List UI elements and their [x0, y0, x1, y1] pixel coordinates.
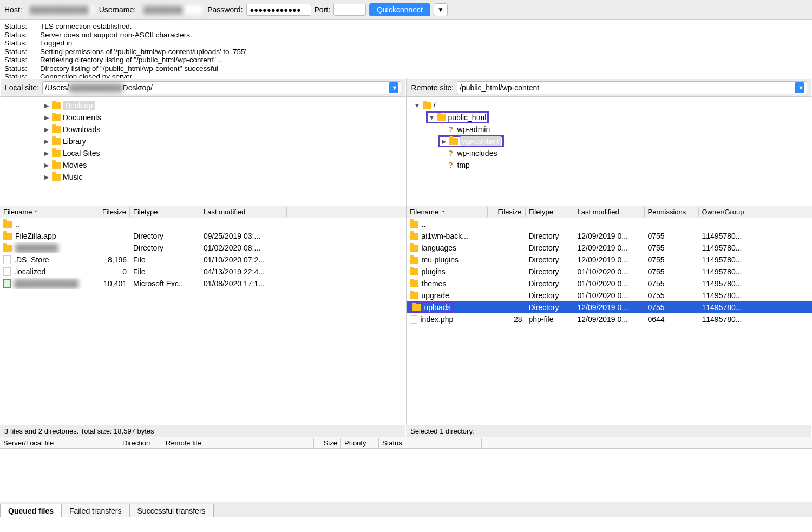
col-filename[interactable]: Filename ⌃	[0, 207, 97, 217]
col-filetype[interactable]: Filetype	[526, 207, 574, 217]
password-input[interactable]	[246, 4, 311, 16]
tree-item[interactable]: ▶Desktop	[0, 100, 406, 111]
tree-item[interactable]: ?wp-admin	[407, 123, 813, 135]
tree-item-label: Music	[63, 173, 83, 181]
local-directory-tree[interactable]: ▶Desktop▶Documents▶Downloads▶Library▶Loc…	[0, 97, 407, 206]
col-permissions[interactable]: Permissions	[645, 207, 699, 217]
expand-icon[interactable]: ▶	[43, 150, 50, 157]
expand-icon[interactable]: ▼	[429, 114, 435, 121]
expand-icon[interactable]: ▶	[441, 138, 447, 145]
quickconnect-dropdown-button[interactable]: ▼	[434, 3, 448, 16]
tab-successful-transfers[interactable]: Successful transfers	[129, 504, 214, 517]
col-filesize[interactable]: Filesize	[97, 207, 130, 217]
file-row[interactable]: uploads Directory 12/09/2019 0... 0755 1…	[407, 301, 813, 313]
file-row[interactable]: ai1wm-back... Directory 12/09/2019 0... …	[407, 230, 813, 242]
tree-item-label: wp-content	[460, 137, 501, 146]
file-row[interactable]: ████████ Directory 01/02/2020 08:...	[0, 242, 406, 254]
file-row[interactable]: ..	[0, 218, 406, 230]
tree-item[interactable]: ?wp-includes	[407, 147, 813, 159]
file-owner: 11495780...	[699, 254, 758, 265]
file-row[interactable]: ████████████ 10,401 Microsoft Exc.. 01/0…	[0, 278, 406, 290]
file-type: Directory	[526, 302, 574, 313]
message-log[interactable]: Status:TLS connection established.Status…	[0, 20, 812, 78]
file-size: 28	[488, 314, 526, 325]
password-label: Password:	[207, 5, 243, 14]
tree-item[interactable]: ▼public_html	[407, 111, 813, 123]
col-lastmod[interactable]: Last modified	[200, 207, 287, 217]
col-priority[interactable]: Priority	[341, 438, 379, 448]
col-filesize[interactable]: Filesize	[488, 207, 526, 217]
file-size	[488, 306, 526, 308]
local-path-dropdown-button[interactable]: ▼	[389, 82, 398, 93]
file-size	[488, 283, 526, 285]
folder-icon	[410, 257, 418, 264]
username-input[interactable]	[139, 4, 204, 16]
file-modified: 01/10/2020 0...	[574, 266, 645, 277]
file-row[interactable]: .DS_Store 8,196 File 01/10/2020 07:2...	[0, 254, 406, 266]
tree-item[interactable]: ▶wp-content	[407, 135, 813, 147]
file-row[interactable]: .localized 0 File 04/13/2019 22:4...	[0, 266, 406, 278]
remote-path-dropdown-button[interactable]: ▼	[795, 82, 804, 93]
col-size[interactable]: Size	[314, 438, 341, 448]
tree-item[interactable]: ▶Library	[0, 135, 406, 147]
tree-item[interactable]: ▶Music	[0, 171, 406, 183]
col-owner[interactable]: Owner/Group	[699, 207, 758, 217]
file-row[interactable]: themes Directory 01/10/2020 0... 0755 11…	[407, 278, 813, 290]
remote-site-path-input[interactable]: /public_html/wp-content ▼	[457, 81, 807, 94]
file-row[interactable]: languages Directory 12/09/2019 0... 0755…	[407, 242, 813, 254]
tree-item[interactable]: ?tmp	[407, 159, 813, 171]
col-remotefile[interactable]: Remote file	[162, 438, 314, 448]
quickconnect-button[interactable]: Quickconnect	[369, 3, 430, 16]
expand-icon[interactable]: ▶	[43, 174, 50, 181]
expand-icon[interactable]: ▶	[43, 126, 50, 133]
file-row[interactable]: upgrade Directory 01/10/2020 0... 0755 1…	[407, 290, 813, 301]
file-size: 8,196	[97, 254, 130, 265]
folder-icon	[52, 114, 61, 121]
tab-failed-transfers[interactable]: Failed transfers	[61, 504, 129, 517]
expand-icon[interactable]: ▶	[43, 102, 50, 109]
tree-item[interactable]: ▶Downloads	[0, 123, 406, 135]
expand-icon[interactable]: ▶	[43, 138, 50, 145]
expand-icon[interactable]: ▼	[414, 102, 421, 109]
log-line: Status:Retrieving directory listing of "…	[4, 56, 808, 64]
col-status[interactable]: Status	[379, 438, 482, 448]
file-owner: 11495780...	[699, 314, 758, 325]
file-row[interactable]: ..	[407, 218, 813, 230]
file-row[interactable]: mu-plugins Directory 12/09/2019 0... 075…	[407, 254, 813, 266]
folder-icon	[437, 114, 446, 121]
local-status-text: 3 files and 2 directories. Total size: 1…	[0, 425, 406, 437]
col-filetype[interactable]: Filetype	[130, 207, 200, 217]
file-row[interactable]: plugins Directory 01/10/2020 0... 0755 1…	[407, 266, 813, 278]
tree-item[interactable]: ▶Local Sites	[0, 147, 406, 159]
folder-icon	[423, 102, 431, 109]
folder-icon	[3, 245, 12, 252]
col-direction[interactable]: Direction	[119, 438, 162, 448]
col-server[interactable]: Server/Local file	[0, 438, 119, 448]
tab-queued-files[interactable]: Queued files	[0, 504, 62, 517]
file-row[interactable]: index.php 28 php-file 12/09/2019 0... 06…	[407, 313, 813, 325]
expand-icon[interactable]: ▶	[43, 114, 50, 121]
file-owner: 11495780...	[699, 266, 758, 277]
file-row[interactable]: FileZilla.app Directory 09/25/2019 03:..…	[0, 230, 406, 242]
file-permissions: 0755	[645, 278, 699, 289]
remote-directory-tree[interactable]: ▼/▼public_html?wp-admin▶wp-content?wp-in…	[407, 97, 813, 206]
file-name: upgrade	[422, 291, 449, 300]
remote-file-list[interactable]: Filename ⌃ Filesize Filetype Last modifi…	[407, 206, 813, 425]
file-owner: 11495780...	[699, 290, 758, 301]
transfer-queue-list[interactable]	[0, 449, 812, 497]
file-type: Directory	[526, 278, 574, 289]
tree-item[interactable]: ▼/	[407, 100, 813, 111]
host-input[interactable]	[25, 4, 96, 16]
local-file-list[interactable]: Filename ⌃ Filesize Filetype Last modifi…	[0, 206, 407, 425]
file-size: 0	[97, 266, 130, 277]
tree-item[interactable]: ▶Documents	[0, 111, 406, 123]
tree-item[interactable]: ▶Movies	[0, 159, 406, 171]
col-filename[interactable]: Filename ⌃	[407, 207, 488, 217]
col-lastmod[interactable]: Last modified	[574, 207, 645, 217]
port-input[interactable]	[333, 4, 366, 16]
local-site-path-input[interactable]: /Users/██████████Desktop/ ▼	[42, 81, 401, 94]
folder-icon	[52, 126, 61, 133]
expand-icon[interactable]: ▶	[43, 162, 50, 169]
file-name: ..	[422, 220, 426, 228]
file-modified: 01/10/2020 0...	[574, 290, 645, 301]
